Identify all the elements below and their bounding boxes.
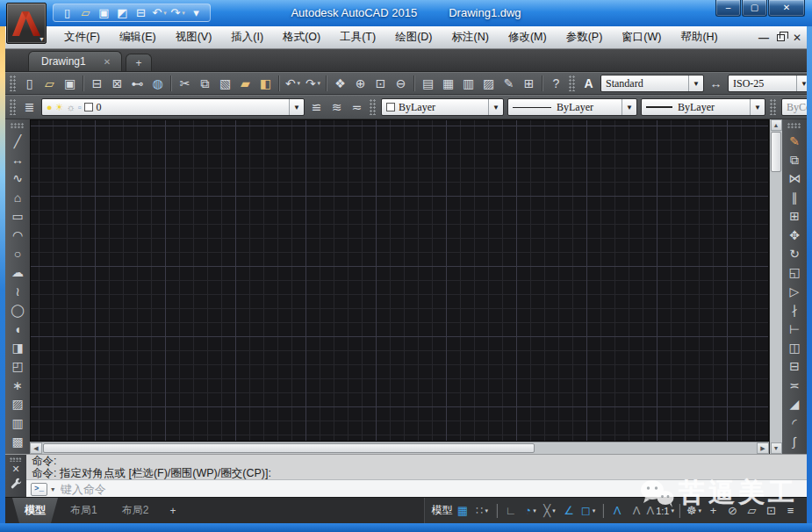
open-icon[interactable]: ▱ xyxy=(40,74,60,93)
copy-icon[interactable]: ⧉ xyxy=(195,74,215,93)
quickcalc-icon[interactable]: ⊞ xyxy=(519,74,539,93)
annotation-visibility-icon[interactable]: Λ xyxy=(608,501,627,521)
toolbar-grip[interactable] xyxy=(770,99,777,115)
plot-preview-icon[interactable]: ⊠ xyxy=(107,74,127,93)
zoom-realtime-icon[interactable]: ⊕ xyxy=(350,74,370,93)
spline-tool[interactable]: ≀ xyxy=(7,282,28,300)
object-snap-icon-dropdown[interactable]: ▾ xyxy=(593,507,596,514)
layout2-tab[interactable]: 布局2 xyxy=(110,498,162,523)
menu-format[interactable]: 格式(O) xyxy=(273,26,330,48)
trim-tool[interactable]: ∤ xyxy=(784,301,805,320)
toolbar-grip[interactable] xyxy=(11,123,25,129)
polar-tracking-icon[interactable]: ◔▾ xyxy=(521,501,540,521)
zoom-window-icon[interactable]: ⊡ xyxy=(370,74,391,93)
object-snap-icon[interactable]: ◻▾ xyxy=(579,501,598,521)
recent-commands-icon[interactable]: ▼ xyxy=(50,486,56,492)
point-tool[interactable]: ∗ xyxy=(7,376,28,394)
layer-combo[interactable]: ●☀☼▫ 0 ▼ xyxy=(41,98,305,116)
undo-icon[interactable]: ↶▾ xyxy=(151,4,168,21)
toolbar-grip[interactable] xyxy=(10,75,17,91)
lineweight-combo[interactable]: ByLayer ▼ xyxy=(641,98,765,116)
properties-icon[interactable]: ▤ xyxy=(418,74,438,93)
drawing-tab[interactable]: Drawing1 ✕ xyxy=(28,51,122,71)
redo-icon[interactable]: ↷▾ xyxy=(303,74,323,93)
menu-parametric[interactable]: 参数(P) xyxy=(557,26,613,48)
dim-style-icon[interactable]: ↔ xyxy=(706,74,726,93)
polygon-tool[interactable]: ⌂ xyxy=(7,188,28,206)
menu-draw[interactable]: 绘图(D) xyxy=(385,26,442,48)
plot-style-combo[interactable]: ByColor ▼ xyxy=(781,98,807,116)
model-space-button[interactable]: 模型 xyxy=(430,501,453,521)
ellipse-tool[interactable]: ◯ xyxy=(7,301,28,320)
snap-mode-icon[interactable]: ∷▾ xyxy=(473,501,492,521)
cut-icon[interactable]: ✂ xyxy=(175,74,195,93)
command-prompt-icon[interactable]: >_ xyxy=(31,483,47,496)
scroll-down-icon[interactable]: ▼ xyxy=(771,442,782,454)
close-button[interactable]: ✕ xyxy=(768,0,805,17)
polar-tracking-icon-dropdown[interactable]: ▾ xyxy=(533,507,536,514)
pan-icon[interactable]: ❖ xyxy=(330,74,350,93)
dim-style-combo[interactable]: ISO-25 ▼ xyxy=(728,75,807,92)
toolbar-grip[interactable] xyxy=(569,75,576,91)
minimize-button[interactable]: – xyxy=(715,0,741,17)
chevron-down-icon[interactable]: ▼ xyxy=(289,99,304,115)
fillet-tool[interactable]: ◜ xyxy=(784,413,805,432)
snap-mode-icon-dropdown[interactable]: ▾ xyxy=(485,507,488,514)
construction-line-tool[interactable]: ↔ xyxy=(7,150,28,169)
menu-file[interactable]: 文件(F) xyxy=(54,26,110,48)
hatch-tool[interactable]: ▨ xyxy=(7,394,28,413)
revision-cloud-tool[interactable]: ☁ xyxy=(7,263,28,282)
grid-display-icon[interactable]: ▦ xyxy=(454,501,472,521)
layout1-tab[interactable]: 布局1 xyxy=(58,498,110,523)
drawing-canvas[interactable] xyxy=(30,119,769,442)
markup-manager-icon[interactable]: ✎ xyxy=(499,74,519,93)
toolbar-grip[interactable] xyxy=(370,99,377,115)
close-icon[interactable]: ✕ xyxy=(11,464,19,474)
line-tool[interactable]: ╱ xyxy=(7,132,28,150)
menu-dimension[interactable]: 标注(N) xyxy=(442,26,499,48)
print-icon[interactable]: ⊟ xyxy=(133,4,149,21)
break-at-point-tool[interactable]: ◫ xyxy=(784,338,805,356)
insert-block-tool[interactable]: ◨ xyxy=(7,338,28,356)
circle-tool[interactable]: ○ xyxy=(7,244,28,262)
menu-tools[interactable]: 工具(T) xyxy=(330,26,385,48)
make-object-layer-current-icon[interactable]: ≌ xyxy=(306,97,327,117)
zoom-previous-icon[interactable]: ⊖ xyxy=(391,74,411,93)
object-snap-tracking-icon[interactable]: ∠ xyxy=(560,501,578,521)
scroll-left-icon[interactable]: ◀ xyxy=(30,442,42,454)
tool-palettes-icon[interactable]: ▥ xyxy=(458,74,478,93)
new-drawing-tab-button[interactable]: + xyxy=(126,54,152,71)
redo-icon[interactable]: ↷▾ xyxy=(169,4,186,21)
offset-tool[interactable]: ∥ xyxy=(784,188,805,206)
undo-icon[interactable]: ↶▾ xyxy=(283,74,303,93)
layer-states-icon[interactable]: ≂ xyxy=(347,97,367,117)
qat-customize-icon[interactable]: ▾ xyxy=(188,4,205,21)
arc-tool[interactable]: ◠ xyxy=(7,226,28,244)
menu-edit[interactable]: 编辑(E) xyxy=(110,26,166,48)
chamfer-tool[interactable]: ◢ xyxy=(784,394,805,413)
stretch-tool[interactable]: ▷ xyxy=(784,282,805,300)
mirror-tool[interactable]: ⋈ xyxy=(784,169,805,188)
maximize-button[interactable]: ▢ xyxy=(742,0,767,17)
new-icon[interactable]: ▯ xyxy=(19,74,40,93)
block-editor-icon[interactable]: ◧ xyxy=(255,74,276,93)
tab-close-icon[interactable]: ✕ xyxy=(104,57,111,67)
color-combo[interactable]: ByLayer ▼ xyxy=(381,98,504,116)
scroll-right-icon[interactable]: ▶ xyxy=(757,442,769,454)
layer-on-icon[interactable]: ● xyxy=(47,102,53,112)
toolbar-grip[interactable] xyxy=(787,123,801,129)
undo-icon-dropdown[interactable]: ▾ xyxy=(163,10,167,17)
save-icon[interactable]: ▣ xyxy=(60,74,80,93)
break-tool[interactable]: ⊟ xyxy=(784,357,805,376)
chevron-down-icon[interactable]: ▼ xyxy=(622,99,636,115)
vertical-scroll-thumb[interactable] xyxy=(771,132,781,172)
wrench-icon[interactable] xyxy=(11,477,22,492)
erase-tool[interactable]: ✎ xyxy=(784,132,805,150)
save-icon[interactable]: ▣ xyxy=(96,4,112,21)
chevron-down-icon[interactable]: ▼ xyxy=(796,75,807,91)
move-tool[interactable]: ✥ xyxy=(784,226,805,244)
layer-freeze-icon[interactable]: ☀ xyxy=(55,102,64,113)
copy-tool[interactable]: ⧉ xyxy=(784,150,805,169)
chevron-down-icon[interactable]: ▼ xyxy=(688,75,703,91)
vertical-scrollbar[interactable]: ▲ ▼ xyxy=(769,119,782,454)
